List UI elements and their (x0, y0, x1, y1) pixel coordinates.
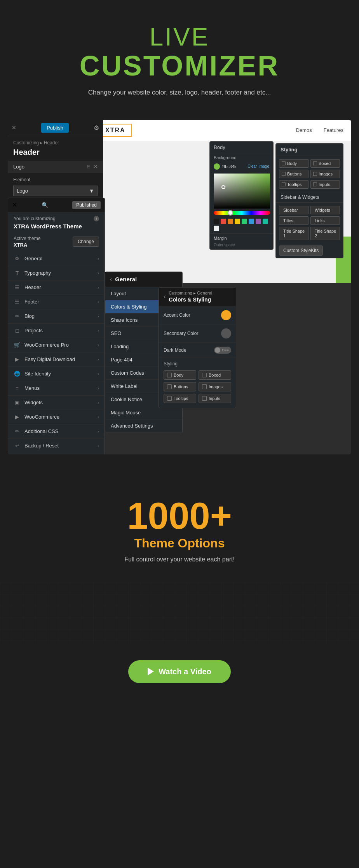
watch-video-button[interactable]: Watch a Video (128, 660, 231, 683)
style-inputs-btn[interactable]: Inputs (310, 180, 340, 189)
cs-buttons-btn[interactable]: Buttons (164, 382, 196, 391)
arrow-icon: › (98, 371, 99, 377)
element-select[interactable]: Logo ▼ (13, 186, 98, 196)
style-tooltips-btn[interactable]: Tooltips (279, 180, 308, 189)
publish-button[interactable]: Publish (41, 123, 69, 133)
info-icon: i (94, 216, 99, 221)
menu-label-site-identity: Site Identity (24, 371, 51, 377)
watch-video-label: Watch a Video (159, 667, 211, 676)
close-icon[interactable]: ✕ (12, 125, 16, 131)
active-theme-value: XTRA (14, 242, 40, 248)
color-picker[interactable] (214, 174, 270, 209)
cs-images-icon (202, 384, 207, 389)
color-swatch-dot[interactable] (214, 163, 220, 170)
images-icon (313, 172, 317, 176)
darkmode-toggle[interactable]: OFF (214, 347, 231, 354)
arrow-icon: › (98, 443, 99, 449)
menu-item-projects[interactable]: ◻ Projects › (8, 324, 105, 338)
menu-item-typography[interactable]: T Typography › (8, 266, 105, 281)
logo-collapse-icon[interactable]: ⊟ (87, 164, 91, 169)
hero-live-text: LIVE (16, 23, 343, 51)
hex-value[interactable]: #fbc34k (221, 164, 246, 169)
styling-section-label: Styling (159, 358, 236, 368)
cs-inputs-btn[interactable]: Inputs (199, 394, 231, 403)
sidebar-btn[interactable]: Sidebar (279, 206, 308, 214)
change-theme-button[interactable]: Change (73, 237, 99, 247)
menu-item-footer[interactable]: ☰ Footer › (8, 295, 105, 309)
logo-icons: ⊟ ✕ (87, 164, 98, 169)
cs-body-btn[interactable]: Body (164, 370, 196, 380)
style-buttons-btn[interactable]: Buttons (279, 170, 308, 178)
swatch-black[interactable] (214, 219, 219, 224)
decorative-grid (0, 582, 359, 645)
menu-item-menus[interactable]: ≡ Menus › (8, 381, 105, 396)
styling-float-title: Styling (276, 144, 343, 156)
projects-icon: ◻ (14, 327, 21, 334)
swatch-green[interactable] (242, 219, 247, 224)
menu-item-blog[interactable]: ✏ Blog › (8, 309, 105, 324)
custom-stylekits-btn[interactable]: Custom StyleKits (279, 245, 323, 256)
title-shape1-btn[interactable]: Title Shape 1 (279, 227, 308, 240)
colors-header: ‹ Customizing ▸ General Colors & Styling (159, 288, 236, 306)
swatch-purple[interactable] (256, 219, 261, 224)
swatch-red[interactable] (221, 219, 226, 224)
logo-close-icon[interactable]: ✕ (94, 164, 98, 169)
style-boxed-btn[interactable]: Boxed (310, 159, 340, 168)
menu-item-woocommerce[interactable]: ▶ WooCommerce › (8, 410, 105, 424)
clear-link[interactable]: Clear (247, 164, 257, 168)
menus-icon: ≡ (14, 385, 21, 392)
menu-item-widgets[interactable]: ▣ Widgets › (8, 396, 105, 410)
menu-label-woocommerce: WooCommerce (24, 414, 59, 420)
titles-btn[interactable]: Titles (279, 216, 308, 225)
style-images-btn[interactable]: Images (310, 170, 340, 178)
arrow-icon: › (98, 400, 99, 405)
menu-item-site-identity[interactable]: 🌐 Site Identity › (8, 367, 105, 381)
hue-slider[interactable] (214, 211, 270, 215)
submenu-header: ‹ General (105, 272, 182, 287)
accent-color-swatch[interactable] (221, 310, 231, 320)
menu-item-woo-pro[interactable]: 🛒 WooCommerce Pro › (8, 338, 105, 352)
nav-demos[interactable]: Demos (296, 127, 312, 133)
cs-body-icon (167, 373, 172, 377)
swatch-yellow[interactable] (235, 219, 240, 224)
swatch-orange[interactable] (228, 219, 233, 224)
arrow-icon: › (98, 357, 99, 362)
colors-back-icon[interactable]: ‹ (164, 293, 166, 300)
active-theme-label: Active theme (14, 236, 40, 241)
menu-label-backup: Backup / Reset (24, 443, 59, 449)
published-close-icon[interactable]: ✕ (12, 201, 17, 209)
cs-boxed-btn[interactable]: Boxed (199, 370, 231, 380)
arrow-icon: › (98, 429, 99, 434)
swatch-teal[interactable] (263, 219, 268, 224)
back-arrow-icon[interactable]: ‹ (110, 276, 112, 283)
color-picker-cursor (221, 185, 225, 189)
menu-item-additional-css[interactable]: ✏ Additional CSS › (8, 424, 105, 439)
menu-item-header[interactable]: ☰ Header › (8, 281, 105, 295)
submenu-magic-mouse[interactable]: Magic Mouse (105, 406, 182, 419)
menu-item-general[interactable]: ⚙ General › (8, 252, 105, 266)
gear-icon[interactable]: ⚙ (94, 124, 99, 132)
element-label: Element (8, 173, 103, 184)
published-overlay: ✕ 🔍 Published You are customizing i XTRA… (8, 198, 105, 454)
image-label[interactable]: Image (258, 164, 269, 168)
secondary-color-swatch[interactable] (221, 328, 231, 338)
submenu-advanced[interactable]: Advanced Settings (105, 419, 182, 433)
buttons-icon (282, 172, 286, 176)
nav-features[interactable]: Features (324, 127, 343, 133)
decorative-area (0, 575, 359, 645)
links-btn[interactable]: Links (310, 216, 340, 225)
active-theme-row: Active theme XTRA Change (8, 233, 105, 252)
swatch-white[interactable] (214, 226, 219, 231)
accent-label: Accent Color (164, 312, 190, 318)
menu-item-backup[interactable]: ↩ Backup / Reset › (8, 439, 105, 453)
swatch-blue[interactable] (249, 219, 254, 224)
cs-images-btn[interactable]: Images (199, 382, 231, 391)
title-shape2-btn[interactable]: Title Shape 2 (310, 227, 340, 240)
style-body-btn[interactable]: Body (279, 159, 308, 168)
search-icon[interactable]: 🔍 (42, 202, 48, 208)
widgets-btn[interactable]: Widgets (310, 206, 340, 214)
menu-item-edd[interactable]: ▶ Easy Digital Download › (8, 352, 105, 367)
cs-tooltips-btn[interactable]: Tooltips (164, 394, 196, 403)
play-icon (148, 668, 154, 675)
body-icon (282, 161, 286, 165)
